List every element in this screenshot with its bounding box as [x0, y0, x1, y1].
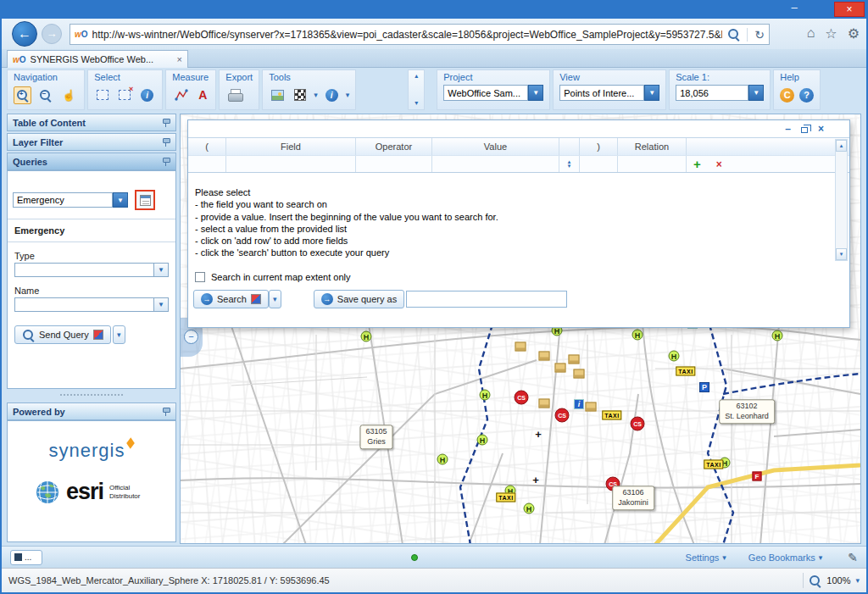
refresh-icon[interactable]: ↻	[754, 28, 765, 42]
map-marker-bld[interactable]	[515, 342, 526, 352]
send-query-dropdown-button[interactable]: ▾	[113, 325, 125, 344]
collapse-ribbon-button[interactable]: ▴ ▾	[408, 69, 425, 110]
panel-resize-grip[interactable]	[60, 394, 123, 396]
name-combobox[interactable]: ▼	[14, 297, 169, 312]
chevron-down-icon[interactable]: ▾	[855, 576, 860, 585]
chevron-down-icon[interactable]: ▼	[748, 85, 764, 101]
map-marker-h[interactable]: H	[477, 435, 488, 446]
scale-input[interactable]	[676, 85, 748, 101]
panel-header-powered-by[interactable]: Powered by	[7, 402, 176, 420]
flag-dropdown-icon[interactable]: ▾	[314, 91, 318, 99]
back-button[interactable]: ←	[12, 21, 37, 47]
pin-icon[interactable]	[162, 408, 170, 416]
pin-icon[interactable]	[162, 119, 170, 127]
checkered-flag-button[interactable]	[292, 86, 309, 103]
dialog-restore-button[interactable]	[801, 124, 808, 134]
column-close-paren[interactable]: )	[580, 138, 618, 155]
window-close-button[interactable]: ×	[834, 2, 865, 17]
dialog-close-button[interactable]: ×	[818, 124, 824, 134]
tab-close-icon[interactable]: ×	[177, 54, 182, 64]
tab-weboffice[interactable]: wO SYNERGIS WebOffice Web... ×	[7, 50, 188, 68]
home-icon[interactable]: ⌂	[807, 25, 815, 42]
zoom-slider-knob[interactable]: −	[184, 330, 198, 344]
chevron-down-icon[interactable]: ▼	[528, 85, 543, 101]
identify-button[interactable]: i	[138, 86, 156, 104]
pin-icon[interactable]	[162, 138, 170, 147]
save-query-input[interactable]	[406, 291, 567, 308]
map-marker-h[interactable]: H	[632, 330, 643, 341]
chevron-down-icon[interactable]: ▼	[154, 263, 169, 277]
zoom-in-button[interactable]: +	[14, 86, 31, 104]
query-builder-button[interactable]	[135, 190, 155, 210]
project-select[interactable]: WebOffice Sam... ▼	[443, 85, 543, 101]
panel-header-table-of-content[interactable]: Table of Content	[7, 114, 176, 131]
view-select[interactable]: Points of Intere... ▼	[559, 85, 659, 101]
screenshot-button[interactable]	[269, 87, 287, 103]
map-marker-cs[interactable]: CS	[555, 408, 570, 423]
map-marker-cs[interactable]: CS	[515, 391, 529, 405]
help-button[interactable]: ?	[799, 88, 814, 103]
delete-row-icon[interactable]: ×	[716, 158, 722, 170]
map-marker-bld[interactable]	[586, 402, 597, 412]
map-marker-bld[interactable]	[574, 369, 585, 379]
pin-icon[interactable]	[162, 158, 170, 166]
info-tool-button[interactable]: i	[323, 86, 341, 104]
extent-checkbox[interactable]	[195, 272, 205, 282]
chevron-down-icon[interactable]: ▼	[644, 85, 659, 101]
search-icon[interactable]	[727, 28, 740, 41]
map-marker-h[interactable]: H	[480, 390, 491, 401]
map-marker-cross[interactable]: +	[535, 428, 542, 441]
contact-button[interactable]: C	[780, 88, 794, 103]
name-input[interactable]	[14, 297, 154, 312]
pan-button[interactable]: ☝	[59, 86, 78, 104]
info-dropdown-icon[interactable]: ▾	[346, 91, 350, 99]
column-open-paren[interactable]: (	[188, 138, 226, 155]
map-marker-h[interactable]: H	[772, 330, 783, 341]
dialog-minimize-button[interactable]: –	[785, 124, 791, 134]
address-bar[interactable]: wO http://w-ws-wintner/WebOffice/synserv…	[70, 24, 770, 45]
map-marker-h[interactable]: H	[361, 331, 372, 342]
map-marker-taxi[interactable]: TAXI	[496, 493, 515, 502]
favorites-star-icon[interactable]: ☆	[825, 25, 837, 42]
query-select[interactable]: Emergency ▼	[13, 192, 128, 208]
chevron-down-icon[interactable]: ▼	[154, 297, 169, 312]
map-marker-h[interactable]: H	[437, 454, 448, 465]
map-viewport[interactable]: HHHHHHHHHHHTAXITAXITAXITAXITAXICSCSCSCSP…	[180, 114, 861, 544]
map-marker-bld[interactable]	[539, 399, 550, 408]
add-row-icon[interactable]: +	[693, 157, 701, 171]
search-dropdown-button[interactable]: ▾	[269, 290, 281, 308]
map-marker-f[interactable]: F	[753, 472, 762, 481]
column-relation[interactable]: Relation	[618, 138, 687, 155]
type-combobox[interactable]: ▼	[14, 263, 169, 277]
annotation-button[interactable]: A	[196, 86, 209, 104]
zoom-level-value[interactable]: 100%	[826, 575, 850, 586]
panel-header-queries[interactable]: Queries	[7, 153, 176, 170]
settings-gear-icon[interactable]: ⚙	[848, 25, 860, 42]
save-query-button[interactable]: → Save query as	[314, 290, 404, 308]
map-marker-h[interactable]: H	[524, 503, 535, 514]
panel-header-layer-filter[interactable]: Layer Filter	[7, 133, 176, 151]
search-button[interactable]: → Search	[193, 290, 269, 308]
map-marker-taxi[interactable]: TAXI	[602, 411, 621, 420]
forward-button[interactable]: →	[42, 24, 62, 44]
send-query-button[interactable]: Send Query	[14, 325, 111, 344]
map-marker-p[interactable]: P	[699, 382, 709, 392]
map-marker-h[interactable]: H	[669, 351, 680, 362]
map-marker-cs[interactable]: CS	[631, 417, 645, 431]
clear-selection-button[interactable]: ×	[116, 87, 133, 103]
scroll-up-icon[interactable]: ▴	[836, 140, 847, 152]
map-marker-bld[interactable]	[569, 355, 580, 364]
url-text[interactable]: http://w-ws-wintner/WebOffice/synserver?…	[92, 29, 723, 41]
map-marker-taxi[interactable]: TAXI	[676, 367, 695, 376]
print-button[interactable]	[225, 86, 244, 103]
dialog-scrollbar[interactable]: ▴ ▾	[835, 139, 848, 261]
settings-menu[interactable]: Settings ▾	[686, 552, 726, 563]
map-marker-bld[interactable]	[555, 364, 566, 373]
map-marker-cross[interactable]: +	[532, 474, 539, 486]
zoom-out-button[interactable]: −	[36, 86, 54, 104]
map-marker-taxi[interactable]: TAXI	[704, 460, 723, 469]
type-input[interactable]	[14, 263, 154, 277]
map-marker-bld[interactable]	[539, 352, 550, 361]
geo-bookmarks-menu[interactable]: Geo Bookmarks ▾	[748, 552, 822, 563]
select-by-rectangle-button[interactable]	[94, 87, 111, 103]
